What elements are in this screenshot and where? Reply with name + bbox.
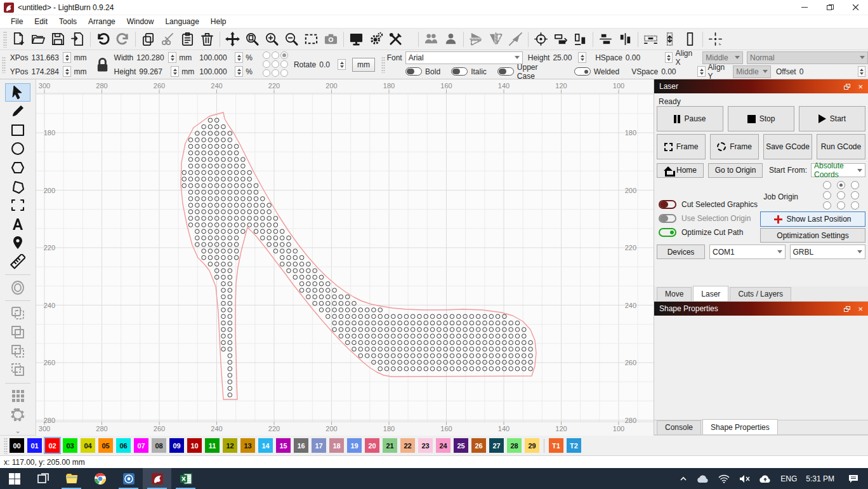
welded-toggle[interactable] <box>574 67 591 76</box>
device-settings-button[interactable] <box>366 30 386 49</box>
firmware-combo[interactable]: GRBL <box>790 245 866 259</box>
palette-swatch-25[interactable]: 25 <box>454 438 468 453</box>
frame-rect-button[interactable]: Frame <box>657 134 706 159</box>
cut-button[interactable] <box>158 30 178 49</box>
cloud-upload-icon[interactable] <box>754 468 776 489</box>
rectangle-tool[interactable] <box>5 121 30 139</box>
job-origin-radio-3[interactable] <box>823 191 831 199</box>
use-selection-origin-toggle[interactable] <box>659 214 676 223</box>
palette-swatch-27[interactable]: 27 <box>489 438 504 453</box>
position-laser-tool[interactable] <box>5 234 30 252</box>
group-button[interactable] <box>421 30 441 49</box>
frame-circle-button[interactable]: Frame <box>710 134 759 159</box>
numeric-toolbar-grip[interactable] <box>2 57 6 73</box>
edit-nodes-tool[interactable] <box>5 177 30 196</box>
palette-grip[interactable] <box>4 438 8 454</box>
select-tool[interactable] <box>5 83 30 102</box>
optimization-settings-button[interactable]: Optimization Settings <box>760 228 865 243</box>
align-h-edges-button[interactable] <box>596 30 615 49</box>
goto-origin-button[interactable]: Go to Origin <box>708 163 763 178</box>
vspace-field[interactable]: 0.00 <box>661 67 695 76</box>
palette-swatch-14[interactable]: 14 <box>258 438 273 453</box>
palette-swatch-00[interactable]: 00 <box>10 438 24 453</box>
mirror-across-line-button[interactable] <box>506 30 525 49</box>
pause-button[interactable]: Pause <box>657 106 723 131</box>
cut-selected-toggle[interactable] <box>659 200 676 209</box>
maximize-button[interactable] <box>817 0 843 15</box>
optimize-cut-path-toggle[interactable] <box>659 228 676 237</box>
flip-vertical-button[interactable] <box>466 30 486 49</box>
job-origin-radio-1[interactable] <box>837 181 845 189</box>
ypos-field[interactable]: 174.284 <box>31 67 60 76</box>
canvas-svg[interactable]: 3003002802802602602402402202202002001801… <box>36 79 654 436</box>
palette-swatch-08[interactable]: 08 <box>152 438 166 453</box>
tray-chevron-icon[interactable] <box>674 468 692 489</box>
uppercase-toggle[interactable] <box>497 67 514 76</box>
rotate-field[interactable]: 0.0 <box>319 60 335 69</box>
create-text-tool[interactable] <box>5 215 30 234</box>
preview-button[interactable] <box>346 30 366 49</box>
job-origin-radio-0[interactable] <box>823 181 831 189</box>
palette-swatch-12[interactable]: 12 <box>223 438 237 453</box>
job-origin-radio-5[interactable] <box>851 191 859 199</box>
frame-selection-button[interactable] <box>301 30 321 49</box>
tab-laser[interactable]: Laser <box>693 286 728 301</box>
palette-swatch-17[interactable]: 17 <box>312 438 326 453</box>
run-gcode-button[interactable]: Run GCode <box>817 134 865 159</box>
zoom-to-page-button[interactable] <box>242 30 262 49</box>
palette-swatch-29[interactable]: 29 <box>525 438 539 453</box>
boolean-intersect-tool[interactable] <box>5 361 30 379</box>
copy-button[interactable] <box>138 30 158 49</box>
undo-button[interactable] <box>93 30 113 49</box>
height-field[interactable]: 99.267 <box>139 67 168 76</box>
xpos-field[interactable]: 131.663 <box>31 53 60 62</box>
volume-muted-icon[interactable] <box>734 468 754 489</box>
align-v-edges-button[interactable] <box>615 30 635 49</box>
delete-button[interactable] <box>197 30 217 49</box>
match-height-button[interactable] <box>661 30 680 49</box>
palette-swatch-13[interactable]: 13 <box>240 438 255 453</box>
offset-field[interactable]: 0 <box>799 67 855 76</box>
save-button[interactable] <box>48 30 68 49</box>
menu-arrange[interactable]: Arrange <box>82 16 121 27</box>
palette-swatch-28[interactable]: 28 <box>507 438 522 453</box>
width-field[interactable]: 120.280 <box>136 53 166 62</box>
palette-swatch-04[interactable]: 04 <box>81 438 95 453</box>
palette-swatch-11[interactable]: 11 <box>205 438 220 453</box>
palette-swatch-20[interactable]: 20 <box>365 438 379 453</box>
palette-swatch-10[interactable]: 10 <box>187 438 202 453</box>
circular-array-tool[interactable] <box>5 405 30 424</box>
offset-shapes-tool[interactable] <box>5 278 30 297</box>
start-button[interactable]: Start <box>799 106 865 131</box>
onedrive-cloud-icon[interactable] <box>692 468 714 489</box>
start-from-combo[interactable]: Absolute Coords <box>811 163 865 177</box>
tab-move[interactable]: Move <box>657 287 692 301</box>
job-origin-radio-4[interactable] <box>837 191 845 199</box>
palette-swatch-05[interactable]: 05 <box>98 438 113 453</box>
close-shape-panel-icon[interactable]: × <box>858 305 863 313</box>
ungroup-button[interactable] <box>441 30 461 49</box>
pan-view-button[interactable] <box>223 30 242 49</box>
palette-swatch-09[interactable]: 09 <box>169 438 184 453</box>
polygon-tool[interactable] <box>5 159 30 177</box>
match-width-button[interactable] <box>641 30 661 49</box>
job-origin-radios[interactable] <box>820 181 862 211</box>
menu-window[interactable]: Window <box>121 16 160 27</box>
palette-swatch-21[interactable]: 21 <box>383 438 397 453</box>
port-combo[interactable]: COM1 <box>709 245 786 259</box>
palette-swatch-23[interactable]: 23 <box>418 438 433 453</box>
language-indicator[interactable]: ENG <box>776 468 801 489</box>
bold-toggle[interactable] <box>405 67 422 76</box>
excel-taskbar-icon[interactable] <box>171 468 200 489</box>
ellipse-tool[interactable] <box>5 140 30 158</box>
anchor-point-selector[interactable] <box>263 51 289 77</box>
palette-swatch-19[interactable]: 19 <box>347 438 362 453</box>
draw-lines-tool[interactable] <box>5 102 30 121</box>
redo-button[interactable] <box>113 30 133 49</box>
float-panel-icon[interactable] <box>844 84 850 90</box>
weld-shapes-tool[interactable] <box>5 304 30 323</box>
palette-swatch-26[interactable]: 26 <box>471 438 486 453</box>
file-explorer-taskbar-icon[interactable] <box>57 468 86 489</box>
devices-button[interactable]: Devices <box>657 245 705 259</box>
palette-swatch-03[interactable]: 03 <box>63 438 77 453</box>
